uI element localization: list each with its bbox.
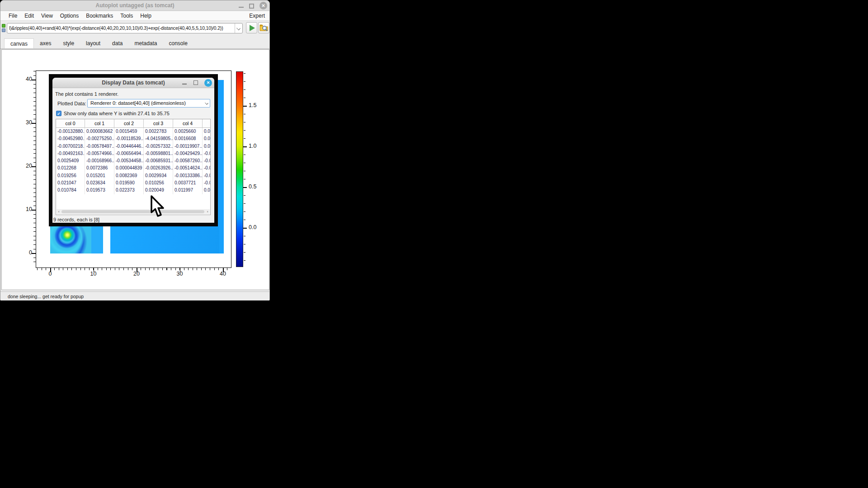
window-titlebar[interactable]: Autoplot untagged (as tomcat) ✕ xyxy=(0,0,269,11)
data-table[interactable]: col 0col 1col 2col 3col 4 -0.00132880...… xyxy=(56,119,211,215)
go-button[interactable] xyxy=(246,22,257,33)
tab-canvas[interactable]: canvas xyxy=(4,38,34,49)
table-cell: -0.0 xyxy=(203,164,211,172)
tab-strip: canvasaxesstylelayoutdatametadataconsole xyxy=(0,38,269,49)
table-row[interactable]: 0.0192560.0152010.00823690.0029934-0.001… xyxy=(56,172,210,179)
column-header[interactable] xyxy=(203,119,211,127)
y-tick xyxy=(32,166,36,167)
colorbar xyxy=(236,71,243,267)
table-cell: -0.00700218... xyxy=(56,143,85,150)
column-header[interactable]: col 0 xyxy=(56,119,85,127)
uri-input[interactable]: l)&ripples(40,40)+rand(40,40)*(exp(-dist… xyxy=(9,23,234,33)
table-cell: 0.021047 xyxy=(56,179,85,187)
menu-item-view[interactable]: View xyxy=(38,12,57,20)
table-cell: -0.00492163... xyxy=(56,150,85,157)
horizontal-scrollbar[interactable]: ‹ › xyxy=(57,209,210,214)
table-row[interactable]: -0.00132880...0.0000836620.00154590.0022… xyxy=(56,128,210,135)
table-cell: 0.010784 xyxy=(56,187,85,194)
table-cell: 0.012268 xyxy=(56,164,85,172)
menu-bar: FileEditViewOptionsBookmarksToolsHelp Ex… xyxy=(0,11,269,21)
window-title: Autoplot untagged (as tomcat) xyxy=(0,2,269,9)
dialog-maximize-icon[interactable] xyxy=(193,80,198,85)
colorbar-minor-ticks xyxy=(244,71,245,267)
autoplot-window: Autoplot untagged (as tomcat) ✕ FileEdit… xyxy=(0,0,270,300)
table-cell: 0.0015459 xyxy=(114,128,144,135)
x-tick xyxy=(223,268,224,272)
table-cell: -0.00587260... xyxy=(173,157,203,164)
table-row[interactable]: 0.0210470.0236340.0195900.0102560.003772… xyxy=(56,179,210,187)
dialog-titlebar[interactable]: Display Data (as tomcat) ✕ xyxy=(52,78,214,88)
table-row[interactable]: -0.00492163...-0.00574966...-0.00656494.… xyxy=(56,150,210,157)
column-header[interactable]: col 1 xyxy=(85,119,114,127)
minimize-icon[interactable] xyxy=(239,7,244,8)
column-header[interactable]: col 3 xyxy=(144,119,173,127)
tab-axes[interactable]: axes xyxy=(34,38,57,49)
chevron-down-icon[interactable] xyxy=(235,23,242,33)
table-cell: 0.0025660 xyxy=(173,128,203,135)
inspect-uri-button[interactable] xyxy=(258,22,269,33)
table-cell: -0.00132880... xyxy=(56,128,85,135)
table-row[interactable]: -0.00452980...-0.00275250...-0.00118539.… xyxy=(56,135,210,142)
heatmap-ripple-blob xyxy=(50,226,103,253)
table-cell: 0.0016608 xyxy=(173,135,203,142)
data-table-header: col 0col 1col 2col 3col 4 xyxy=(56,119,210,128)
close-icon[interactable]: ✕ xyxy=(259,2,267,9)
uri-combobox[interactable]: l)&ripples(40,40)+rand(40,40)*(exp(-dist… xyxy=(7,23,243,33)
colorbar-tick xyxy=(243,106,247,107)
table-cell: -0.00656494... xyxy=(114,150,144,157)
renderer-count-text: The plot contains 1 renderer. xyxy=(55,91,118,97)
renderer-select[interactable]: Renderer 0: dataset[40,40] (dimensionles… xyxy=(87,99,210,108)
maximize-icon[interactable] xyxy=(249,4,254,9)
menu-item-file[interactable]: File xyxy=(5,12,21,20)
table-cell: 0.0029934 xyxy=(144,172,173,179)
menu-item-help[interactable]: Help xyxy=(137,12,155,20)
tab-metadata[interactable]: metadata xyxy=(128,38,163,49)
dialog-minimize-icon[interactable] xyxy=(182,84,187,84)
menu-item-tools[interactable]: Tools xyxy=(117,12,137,20)
table-cell: -0.00452980... xyxy=(56,135,85,142)
y-tick xyxy=(32,123,36,124)
table-cell: 0.020049 xyxy=(144,187,173,194)
y-tick-label: 40 xyxy=(17,76,32,82)
table-cell: 0.023634 xyxy=(85,179,114,187)
y-tick xyxy=(32,80,36,80)
table-cell: 0.0025409 xyxy=(56,157,85,164)
tab-style[interactable]: style xyxy=(57,38,80,49)
table-cell: 0.019256 xyxy=(56,172,85,179)
menu-item-options[interactable]: Options xyxy=(57,12,82,20)
scrollbar-thumb[interactable] xyxy=(61,210,204,213)
datasource-status-icon xyxy=(2,24,6,33)
colorbar-tick xyxy=(243,187,247,188)
menu-item-bookmarks[interactable]: Bookmarks xyxy=(82,12,117,20)
table-cell: -0.00578497... xyxy=(85,143,114,150)
colorbar-tick xyxy=(243,146,247,147)
table-row[interactable]: -0.00700218...-0.00578497...-0.00446446.… xyxy=(56,143,210,150)
colorbar-tick-label: 1.5 xyxy=(249,102,256,108)
tab-layout[interactable]: layout xyxy=(80,38,106,49)
filter-checkbox[interactable]: ✔ xyxy=(56,111,61,116)
menu-item-edit[interactable]: Edit xyxy=(21,12,38,20)
x-axis-minor-ticks xyxy=(37,268,231,270)
table-cell: -0.00685931... xyxy=(144,157,173,164)
table-cell: -0.00168966... xyxy=(85,157,114,164)
tab-data[interactable]: data xyxy=(106,38,128,49)
column-header[interactable]: col 2 xyxy=(114,119,144,127)
table-row[interactable]: 0.0122680.00723860.000044839-0.00263926.… xyxy=(56,164,210,172)
colorbar-tick-label: 0.0 xyxy=(249,224,256,230)
table-cell: 0.019573 xyxy=(85,187,114,194)
table-row[interactable]: 0.0025409-0.00168966...-0.00534458...-0.… xyxy=(56,157,210,164)
tab-console[interactable]: console xyxy=(163,38,193,49)
y-tick-label: 30 xyxy=(17,119,32,126)
table-cell: -0.0 xyxy=(203,157,211,164)
dialog-close-icon[interactable]: ✕ xyxy=(204,79,212,87)
table-cell: -0.00119907... xyxy=(173,143,203,150)
table-cell: -0.00118539... xyxy=(114,135,144,142)
table-cell: 0.00 xyxy=(203,187,211,194)
records-summary: 9 records, each is [8] xyxy=(53,217,99,222)
plotted-data-label: Plotted Data: xyxy=(57,101,86,106)
scroll-left-icon[interactable]: ‹ xyxy=(57,209,61,214)
scroll-right-icon[interactable]: › xyxy=(205,209,210,214)
column-header[interactable]: col 4 xyxy=(173,119,203,127)
expert-mode-label[interactable]: Expert xyxy=(249,12,265,20)
table-row[interactable]: 0.0107840.0195730.0223730.0200490.011997… xyxy=(56,187,210,194)
